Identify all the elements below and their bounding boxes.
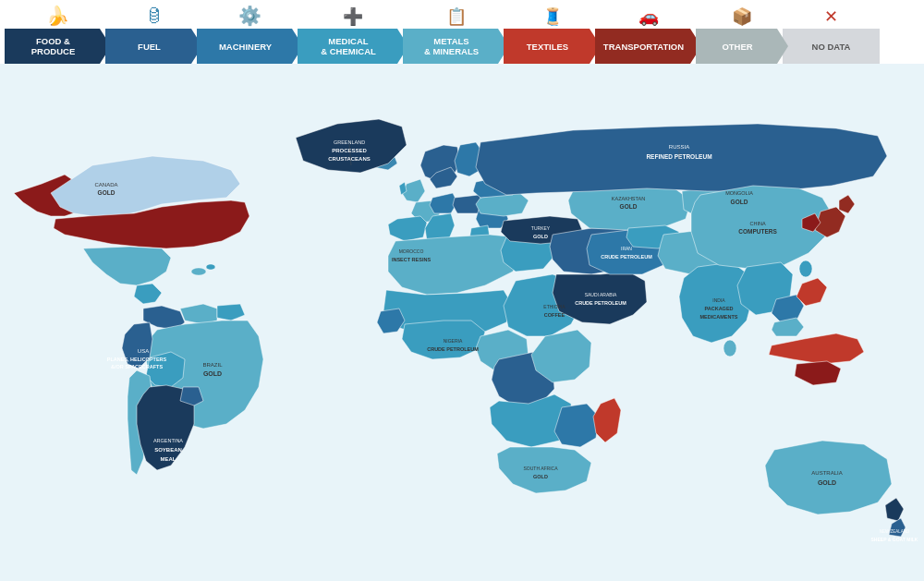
food-icon: 🍌 <box>46 5 69 27</box>
svg-text:GOLD: GOLD <box>98 189 116 196</box>
fuel-icon: 🛢 <box>145 6 164 27</box>
svg-point-2 <box>206 264 215 270</box>
svg-text:PACKAGED: PACKAGED <box>704 306 733 311</box>
machinery-icon: ⚙️ <box>238 5 261 27</box>
svg-text:PLANES, HELICOPTERS: PLANES, HELICOPTERS <box>107 357 167 362</box>
svg-text:CANADA: CANADA <box>94 182 117 188</box>
metals-label: Metals& Minerals <box>424 36 479 57</box>
svg-text:ETHIOPIA: ETHIOPIA <box>543 304 565 309</box>
svg-text:NEW ZEALAND: NEW ZEALAND <box>880 529 910 534</box>
svg-text:GOLD: GOLD <box>818 479 836 486</box>
svg-text:SOUTH AFRICA: SOUTH AFRICA <box>524 466 559 471</box>
textiles-label: Textiles <box>527 42 568 52</box>
svg-text:CRUSTACEANS: CRUSTACEANS <box>328 156 371 162</box>
svg-text:CHINA: CHINA <box>749 221 765 226</box>
legend-bar: 🍌 Food &Produce 🛢 Fuel ⚙️ Machinery ➕ Me… <box>0 0 924 64</box>
legend-item-nodata[interactable]: ✕ No Data <box>783 6 880 64</box>
machinery-label: Machinery <box>219 42 272 52</box>
medical-icon: ➕ <box>343 6 363 27</box>
transportation-label: Transportation <box>603 42 684 52</box>
legend-item-machinery[interactable]: ⚙️ Machinery <box>197 5 303 64</box>
legend-item-metals[interactable]: 📋 Metals& Minerals <box>403 6 509 64</box>
svg-text:SOYBEAN: SOYBEAN <box>154 447 182 453</box>
svg-text:CRUDE PETROLEUM: CRUDE PETROLEUM <box>427 346 479 352</box>
fuel-label: Fuel <box>138 42 161 52</box>
nodata-label: No Data <box>812 42 851 52</box>
svg-text:NIGERIA: NIGERIA <box>444 338 463 344</box>
svg-text:MEAL: MEAL <box>161 456 176 462</box>
map-container: CANADA GOLD USA PLANES, HELICOPTERS &/OR… <box>0 64 924 581</box>
legend-item-medical[interactable]: ➕ Medical& Chemical <box>298 6 408 64</box>
svg-point-4 <box>799 260 812 277</box>
food-label: Food &Produce <box>31 36 76 57</box>
svg-point-1 <box>191 268 206 275</box>
svg-text:COMPUTERS: COMPUTERS <box>738 228 777 235</box>
other-icon: 📦 <box>732 6 752 27</box>
svg-text:AUSTRALIA: AUSTRALIA <box>811 470 842 476</box>
svg-text:CRUDE PETROLEUM: CRUDE PETROLEUM <box>601 254 652 260</box>
other-label: Other <box>722 42 752 52</box>
svg-text:SHEEP & GOAT MILK: SHEEP & GOAT MILK <box>871 537 918 542</box>
svg-text:MOROCCO: MOROCCO <box>399 248 424 254</box>
textiles-icon: 🧵 <box>542 6 563 27</box>
svg-text:GOLD: GOLD <box>203 370 222 377</box>
svg-text:GOLD: GOLD <box>533 234 548 239</box>
svg-text:MEDICAMENTS: MEDICAMENTS <box>700 314 738 320</box>
svg-text:SAUDI ARABIA: SAUDI ARABIA <box>585 292 617 297</box>
svg-text:IRAN: IRAN <box>621 246 632 251</box>
legend-item-textiles[interactable]: 🧵 Textiles <box>504 6 601 64</box>
svg-text:COFFEE: COFFEE <box>544 312 565 318</box>
svg-text:INDIA: INDIA <box>712 297 725 303</box>
svg-point-3 <box>723 340 736 357</box>
svg-text:KAZAKHSTAN: KAZAKHSTAN <box>612 196 645 201</box>
svg-text:GOLD: GOLD <box>731 199 748 205</box>
svg-text:TURKEY: TURKEY <box>531 225 551 231</box>
svg-text:CRUDE PETROLEUM: CRUDE PETROLEUM <box>575 300 626 306</box>
medical-label: Medical& Chemical <box>321 36 376 57</box>
svg-text:BRAZIL: BRAZIL <box>202 362 223 368</box>
legend-item-transportation[interactable]: 🚗 Transportation <box>595 6 701 64</box>
nodata-icon: ✕ <box>824 6 838 27</box>
metals-icon: 📋 <box>446 6 467 27</box>
transport-icon: 🚗 <box>638 6 659 27</box>
svg-text:USA: USA <box>138 348 149 354</box>
svg-text:&/OR SPACECRAFTS: &/OR SPACECRAFTS <box>111 364 163 369</box>
svg-text:MONGOLIA: MONGOLIA <box>725 190 753 196</box>
world-map: CANADA GOLD USA PLANES, HELICOPTERS &/OR… <box>0 64 924 581</box>
legend-item-fuel[interactable]: 🛢 Fuel <box>105 6 202 64</box>
legend-item-other[interactable]: 📦 Other <box>696 6 788 64</box>
svg-text:GOLD: GOLD <box>620 203 638 210</box>
svg-text:GOLD: GOLD <box>533 474 548 479</box>
legend-item-food[interactable]: 🍌 Food &Produce <box>5 5 111 64</box>
svg-text:ARGENTINA: ARGENTINA <box>153 438 183 443</box>
svg-text:INSECT RESINS: INSECT RESINS <box>392 257 432 262</box>
